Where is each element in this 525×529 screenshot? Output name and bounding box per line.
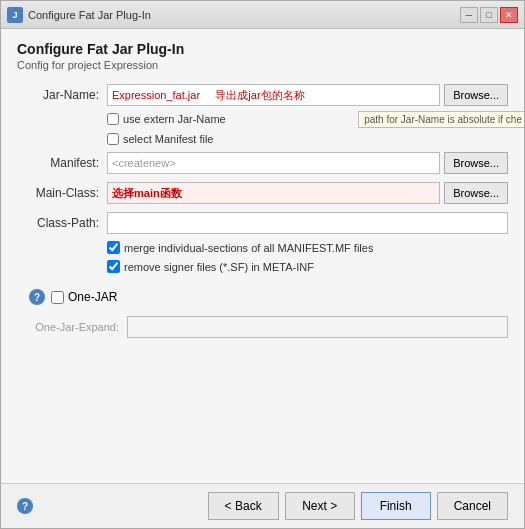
class-path-controls xyxy=(107,212,508,234)
tooltip-box: path for Jar-Name is absolute if che xyxy=(358,111,524,128)
footer-buttons: < Back Next > Finish Cancel xyxy=(208,492,508,520)
one-jar-expand-row: One-Jar-Expand: xyxy=(17,315,508,339)
form-area: Jar-Name: Browse... use extern Jar-Name … xyxy=(17,83,508,471)
extern-jar-area: use extern Jar-Name path for Jar-Name is… xyxy=(107,113,508,125)
one-jar-expand-controls xyxy=(127,316,508,338)
main-class-label: Main-Class: xyxy=(17,186,107,200)
jar-name-controls: Browse... xyxy=(107,84,508,106)
main-class-input[interactable] xyxy=(107,182,440,204)
one-jar-row: ? One-JAR xyxy=(17,285,508,309)
jar-name-browse-button[interactable]: Browse... xyxy=(444,84,508,106)
restore-button[interactable]: □ xyxy=(480,7,498,23)
help-icon[interactable]: ? xyxy=(17,498,33,514)
remove-signer-checkbox[interactable] xyxy=(107,260,120,273)
title-bar-buttons: ─ □ ✕ xyxy=(460,7,518,23)
dialog-subtitle: Config for project Expression xyxy=(17,59,508,71)
title-bar-left: J Configure Fat Jar Plug-In xyxy=(7,7,151,23)
one-jar-expand-input[interactable] xyxy=(127,316,508,338)
app-icon: J xyxy=(7,7,23,23)
dialog-window: J Configure Fat Jar Plug-In ─ □ ✕ Config… xyxy=(0,0,525,529)
class-path-row: Class-Path: xyxy=(17,211,508,235)
dialog-title: Configure Fat Jar Plug-In xyxy=(17,41,508,57)
manifest-controls: Browse... xyxy=(107,152,508,174)
one-jar-checkbox-area: One-JAR xyxy=(51,290,117,304)
cancel-button[interactable]: Cancel xyxy=(437,492,508,520)
dialog-content: Configure Fat Jar Plug-In Config for pro… xyxy=(1,29,524,483)
close-button[interactable]: ✕ xyxy=(500,7,518,23)
one-jar-checkbox[interactable] xyxy=(51,291,64,304)
footer-help: ? xyxy=(17,498,33,514)
window-title: Configure Fat Jar Plug-In xyxy=(28,9,151,21)
finish-button[interactable]: Finish xyxy=(361,492,431,520)
one-jar-label: One-JAR xyxy=(68,290,117,304)
manifest-input[interactable] xyxy=(107,152,440,174)
manifest-row: Manifest: Browse... xyxy=(17,151,508,175)
main-class-row: Main-Class: Browse... xyxy=(17,181,508,205)
one-jar-expand-label: One-Jar-Expand: xyxy=(17,321,127,333)
use-extern-checkbox[interactable] xyxy=(107,113,119,125)
select-manifest-label: select Manifest file xyxy=(123,133,213,145)
class-path-label: Class-Path: xyxy=(17,216,107,230)
minimize-button[interactable]: ─ xyxy=(460,7,478,23)
manifest-browse-button[interactable]: Browse... xyxy=(444,152,508,174)
main-class-controls: Browse... xyxy=(107,182,508,204)
next-button[interactable]: Next > xyxy=(285,492,355,520)
merge-checkbox[interactable] xyxy=(107,241,120,254)
merge-row: merge individual-sections of all MANIFES… xyxy=(107,241,508,254)
merge-label: merge individual-sections of all MANIFES… xyxy=(124,242,373,254)
one-jar-info-icon[interactable]: ? xyxy=(29,289,45,305)
select-manifest-row: select Manifest file xyxy=(107,133,508,145)
class-path-input[interactable] xyxy=(107,212,508,234)
jar-name-label: Jar-Name: xyxy=(17,88,107,102)
main-class-browse-button[interactable]: Browse... xyxy=(444,182,508,204)
remove-signer-row: remove signer files (*.SF) in META-INF xyxy=(107,260,508,273)
title-bar: J Configure Fat Jar Plug-In ─ □ ✕ xyxy=(1,1,524,29)
jar-name-row: Jar-Name: Browse... xyxy=(17,83,508,107)
dialog-footer: ? < Back Next > Finish Cancel xyxy=(1,483,524,528)
use-extern-label: use extern Jar-Name xyxy=(123,113,226,125)
select-manifest-checkbox[interactable] xyxy=(107,133,119,145)
back-button[interactable]: < Back xyxy=(208,492,279,520)
remove-signer-label: remove signer files (*.SF) in META-INF xyxy=(124,261,314,273)
manifest-label: Manifest: xyxy=(17,156,107,170)
jar-name-input[interactable] xyxy=(107,84,440,106)
